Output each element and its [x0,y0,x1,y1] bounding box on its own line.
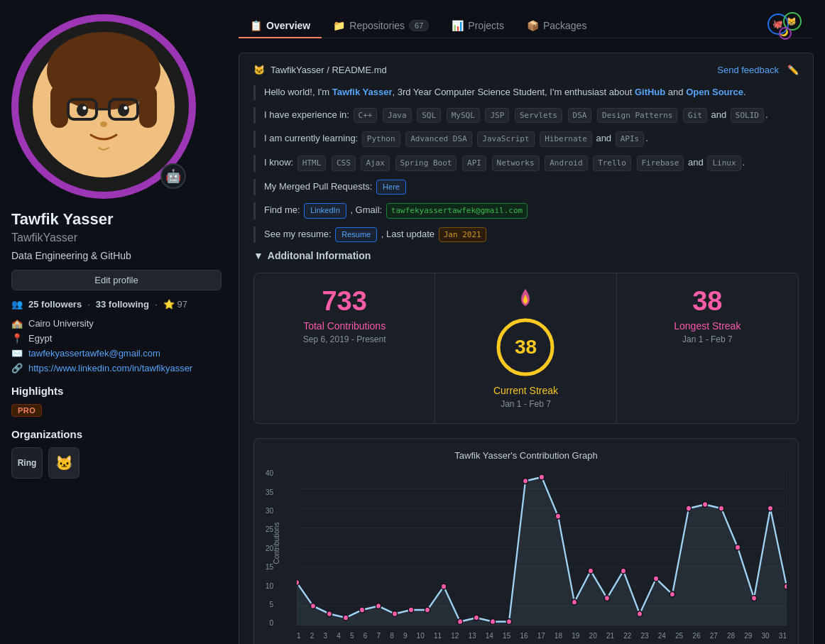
tab-projects[interactable]: 📊 Projects [440,14,515,38]
x-label: 12 [451,632,459,640]
x-label: 27 [710,632,718,640]
readme-line-7: See my resume: Resume , Last update Jan … [253,227,799,244]
svg-point-14 [118,104,129,116]
edit-profile-button[interactable]: Edit profile [11,270,222,290]
info-location: 📍 Egypt [11,333,222,344]
svg-point-13 [77,104,88,116]
avatar-badge: 🤖 [160,163,186,189]
graph-svg [297,469,787,626]
svg-point-34 [343,615,348,621]
contribution-graph: Tawfik Yasser's Contribution Graph 0 5 1… [253,438,799,644]
sidebar: 🤖 Tawfik Yasser TawfikYasser Data Engine… [11,14,222,644]
stat-total-contributions: 733 Total Contributions Sep 6, 2019 - Pr… [254,273,435,423]
tab-overview[interactable]: 📋 Overview [239,14,322,38]
svg-point-45 [523,479,528,484]
info-university: 🏫 Cairo University [11,318,222,329]
followers-line: 👥 25 followers · 33 following · ⭐ 97 [11,299,222,310]
svg-point-52 [637,611,642,617]
x-label: 2 [310,632,315,640]
x-label: 30 [762,632,770,640]
readme-card: 🐱 TawfikYasser / README.md Send feedback… [239,53,814,644]
project-icon: 📊 [452,20,464,31]
x-label: 15 [503,632,510,640]
longest-streak-sub: Jan 1 - Feb 7 [628,334,787,344]
svg-point-46 [539,474,544,480]
current-streak-number: 38 [515,336,537,359]
here-link[interactable]: Here [376,180,406,195]
x-label: 16 [520,632,528,640]
graph-container: 0 5 10 15 20 25 30 35 40 Contributions [266,469,787,644]
org-avatar-ring[interactable]: Ring [11,447,43,479]
website-link[interactable]: https://www.linkedin.com/in/tawfikyasser [28,363,192,373]
streak-circle: 38 [493,315,557,379]
send-feedback-link[interactable]: Send feedback [717,65,779,75]
additional-info-toggle[interactable]: ▼ Additonal Information [253,250,799,261]
svg-point-57 [719,506,723,511]
location-icon: 📍 [11,333,23,344]
svg-point-50 [604,596,609,601]
svg-rect-8 [50,85,68,128]
avatar-wrapper: 🤖 [11,14,196,199]
repos-count-badge: 67 [409,20,429,31]
svg-text:🐙: 🐙 [772,18,783,29]
x-label: 8 [390,632,394,640]
svg-point-33 [327,611,332,617]
x-label: 7 [376,632,381,640]
highlights-title: Highlights [11,385,222,397]
svg-point-60 [767,506,772,511]
readme-line-2: I have experience in: C++ Java SQL MySQL… [253,107,799,124]
x-label: 18 [554,632,562,640]
link-icon: 🔗 [11,363,23,373]
svg-point-17 [100,121,107,127]
x-label: 24 [658,632,666,640]
tab-packages[interactable]: 📦 Packages [515,14,598,38]
svg-point-36 [376,604,381,609]
svg-text:🌙: 🌙 [780,28,789,37]
svg-point-56 [702,502,707,508]
x-label: 13 [469,632,476,640]
linkedin-link[interactable]: LinkedIn [304,203,346,219]
organizations-section: Organizations Ring 🐱 [11,428,222,479]
followers-link[interactable]: 25 followers [28,299,82,310]
readme-actions: Send feedback ✏️ [717,65,799,75]
svg-point-37 [392,611,397,617]
x-label: 14 [486,632,493,640]
people-icon: 👥 [11,299,23,310]
svg-point-41 [457,619,462,625]
chevron-down-icon: ▼ [253,250,263,261]
resume-link[interactable]: Resume [335,227,377,243]
longest-streak-label: Longest Streak [628,320,787,332]
svg-rect-9 [139,85,157,128]
y-axis: 0 5 10 15 20 25 30 35 40 Contributions [266,469,294,644]
pro-badge: PRO [11,404,42,417]
readme-line-3: I am currently learning: Python Advanced… [253,131,799,148]
svg-point-51 [621,568,625,574]
following-link[interactable]: 33 following [96,299,149,310]
x-label: 21 [606,632,614,640]
x-label: 19 [572,632,579,640]
edit-icon[interactable]: ✏️ [787,65,799,75]
stars-count: ⭐ 97 [163,299,187,310]
svg-point-47 [555,513,560,519]
readme-line-6: Find me: LinkedIn , Gmail: tawfekyassert… [253,202,799,219]
readme-line-4: I know: HTML CSS Ajax Spring Boot API Ne… [253,155,799,172]
readme-path: TawfikYasser / README.md [271,65,387,75]
main-content: 📋 Overview 📁 Repositories 67 📊 Projects … [239,14,814,644]
tab-repositories[interactable]: 📁 Repositories 67 [322,14,440,38]
org-avatars: Ring 🐱 [11,447,222,479]
svg-point-53 [653,576,658,582]
info-website: 🔗 https://www.linkedin.com/in/tawfikyass… [11,363,222,373]
building-icon: 🏫 [11,318,23,329]
nav-tabs: 📋 Overview 📁 Repositories 67 📊 Projects … [239,14,814,38]
x-label: 31 [779,632,787,640]
org-avatar-other[interactable]: 🐱 [48,447,80,479]
x-label: 22 [623,632,631,640]
email-link[interactable]: tawfekyassertawfek@gmail.com [28,348,160,359]
avatar [18,21,189,192]
highlights-section: Highlights PRO [11,385,222,417]
x-label: 29 [744,632,752,640]
email-icon: ✉️ [11,348,23,359]
package-icon: 📦 [527,20,539,31]
svg-point-38 [408,607,413,613]
svg-point-31 [297,580,300,586]
